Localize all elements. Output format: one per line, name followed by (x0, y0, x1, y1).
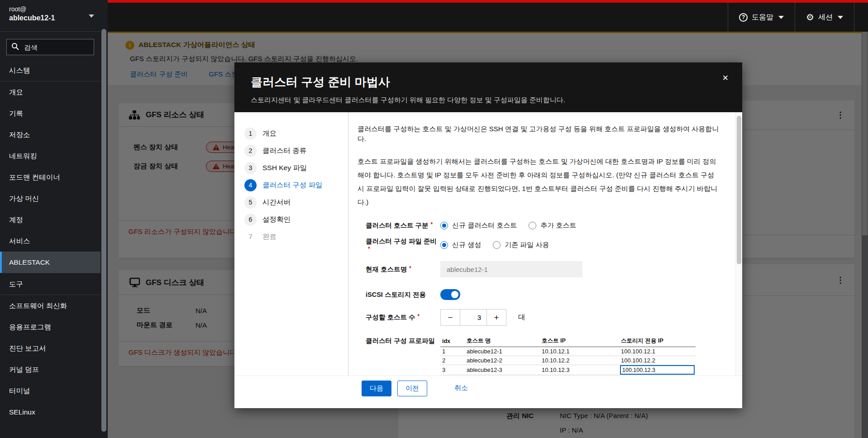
quantity-stepper: − + 대 (440, 309, 525, 326)
sidebar-item-selinux[interactable]: SELinux (0, 401, 100, 423)
required-asterisk: * (431, 221, 433, 228)
host-count-unit: 대 (518, 313, 525, 322)
table-row: 1 ablecube12-1 10.10.12.1 100.100.12.1 (440, 347, 696, 356)
masthead: ? 도움말 ⚙ 세션 (108, 0, 868, 32)
sidebar-item-podman[interactable]: 포드맨 컨테이너 (0, 167, 100, 188)
sidebar-item-system[interactable]: 시스템 (0, 60, 100, 81)
help-icon: ? (739, 13, 748, 22)
minus-button[interactable]: − (440, 309, 460, 326)
wizard-subtitle: 스토리지센터 및 클라우드센터 클러스터를 구성하기 위해 필요한 다양한 정보… (251, 96, 726, 105)
cluster-host-type-row: 클러스터 호스트 구분* 신규 클러스터 호스트 추가 호스트 (358, 221, 720, 230)
wizard-scrollbar-thumb[interactable] (737, 116, 741, 264)
radio-additional-host[interactable]: 추가 호스트 (529, 221, 576, 230)
help-menu-button[interactable]: ? 도움말 (728, 3, 795, 32)
sidebar-item-kernel-dump[interactable]: 커널 덤프 (0, 359, 100, 380)
cluster-wizard-modal: 클러스터 구성 준비 마법사 스토리지센터 및 클라우드센터 클러스터를 구성하… (234, 62, 742, 408)
sidebar-scrollbar-thumb[interactable] (101, 29, 106, 432)
radio-existing-file[interactable]: 기존 파일 사용 (493, 241, 549, 249)
wizard-header: 클러스터 구성 준비 마법사 스토리지센터 및 클라우드센터 클러스터를 구성하… (234, 62, 742, 112)
sidebar-item-storage[interactable]: 저장소 (0, 124, 100, 145)
required-asterisk: * (418, 313, 420, 319)
config-file-prep-row: 클러스터 구성 파일 준비* 신규 생성 기존 파일 사용 (358, 237, 720, 253)
sidebar-item-networking[interactable]: 네트워킹 (0, 145, 100, 167)
current-hostname: ablecube12-1 (9, 14, 94, 22)
radio-unselected-icon (493, 241, 501, 249)
iscsi-toggle-on[interactable] (440, 289, 460, 300)
cancel-button[interactable]: 취소 (450, 381, 472, 395)
session-menu-button[interactable]: ⚙ 세션 (795, 3, 854, 32)
cluster-profile-row: 클러스터 구성 프로파일 idx 호스트 명 호스트 IP 스토리지 전용 IP… (358, 337, 720, 375)
host-count-field[interactable] (460, 309, 486, 326)
current-hostname-field (440, 261, 582, 277)
step-overview[interactable]: 1 개요 (234, 125, 348, 142)
radio-new-cluster-host[interactable]: 신규 클러스터 호스트 (440, 221, 517, 230)
sidebar-item-software-updates[interactable]: 소프트웨어 최신화 (0, 295, 100, 316)
radio-unselected-icon (529, 222, 536, 229)
wizard-title: 클러스터 구성 준비 마법사 (251, 74, 726, 90)
required-asterisk: * (409, 265, 411, 271)
prev-button[interactable]: 이전 (397, 381, 427, 396)
chevron-down-icon (89, 14, 94, 18)
help-label: 도움말 (752, 13, 773, 22)
sidebar-nav: 시스템 개요 기록 저장소 네트워킹 포드맨 컨테이너 가상 머신 계정 서비스… (0, 60, 100, 423)
sidebar: root@ ablecube12-1 시스템 개요 기록 저장소 네트워킹 포드… (0, 0, 100, 438)
sidebar-item-services[interactable]: 서비스 (0, 230, 100, 252)
step-cluster-config-file[interactable]: 4 클러스터 구성 파일 (234, 176, 348, 194)
gear-icon: ⚙ (806, 13, 814, 22)
sidebar-item-virtual-machines[interactable]: 가상 머신 (0, 188, 100, 209)
table-row: 2 ablecube12-2 10.10.12.2 100.100.12.2 (440, 356, 696, 365)
wizard-scrollbar[interactable] (735, 112, 742, 376)
search-icon (11, 43, 19, 50)
intro-paragraph: 클러스터를 구성하는 호스트 및 가상머신은 SSH 연결 및 고가용성 구성 … (358, 124, 720, 144)
step-complete: 7 완료 (234, 228, 348, 245)
radio-new-file[interactable]: 신규 생성 (440, 241, 481, 249)
session-label: 세션 (818, 13, 833, 22)
close-icon[interactable]: ✕ (722, 73, 729, 83)
host-count-row: 구성할 호스트 수* − + 대 (358, 309, 720, 326)
wizard-steps-nav: 1 개요 2 클러스터 종류 3 SSH Key 파일 4 클러스터 구성 파일… (234, 112, 348, 376)
sidebar-item-ablestack[interactable]: ABLESTACK (0, 252, 100, 273)
step-time-server[interactable]: 5 시간서버 (234, 194, 348, 211)
iscsi-only-row: iSCSI 스토리지 전용 (358, 289, 720, 300)
sidebar-item-diagnostic-reports[interactable]: 진단 보고서 (0, 338, 100, 359)
search-input[interactable] (6, 39, 94, 55)
required-asterisk: * (368, 246, 370, 252)
storage-ip-edit-field[interactable] (620, 365, 695, 375)
wizard-footer: 다음 이전 취소 (234, 376, 742, 408)
radio-selected-icon (440, 241, 448, 249)
sidebar-item-applications[interactable]: 응용프로그램 (0, 316, 100, 338)
plus-button[interactable]: + (486, 309, 506, 326)
table-row: 3 ablecube12-3 10.10.12.3 (440, 365, 696, 375)
current-hostname-row: 현재 호스트명* (358, 261, 720, 277)
wizard-step-content: 클러스터를 구성하는 호스트 및 가상머신은 SSH 연결 및 고가용성 구성 … (348, 112, 742, 376)
sidebar-scrollbar[interactable] (100, 0, 108, 438)
cluster-profile-table: idx 호스트 명 호스트 IP 스토리지 전용 IP 1 ablecube12… (440, 337, 696, 375)
chevron-down-icon (838, 16, 843, 19)
sidebar-item-terminal[interactable]: 터미널 (0, 380, 100, 401)
next-button[interactable]: 다음 (362, 381, 391, 396)
sidebar-item-tools[interactable]: 도구 (0, 273, 100, 295)
user-prefix: root@ (9, 5, 94, 13)
step-confirm-settings[interactable]: 6 설정확인 (234, 211, 348, 228)
step-cluster-type[interactable]: 2 클러스터 종류 (234, 142, 348, 159)
step-ssh-key-file[interactable]: 3 SSH Key 파일 (234, 159, 348, 176)
chevron-down-icon (778, 16, 784, 19)
host-switcher[interactable]: root@ ablecube12-1 (0, 0, 100, 32)
sidebar-item-logs[interactable]: 기록 (0, 103, 100, 124)
instructions-paragraph: 호스트 프로파일을 생성하기 위해서는 클러스터를 구성하는 호스트 및 가상머… (358, 155, 720, 209)
radio-selected-icon (440, 222, 448, 229)
sidebar-item-accounts[interactable]: 계정 (0, 209, 100, 230)
sidebar-item-overview[interactable]: 개요 (0, 81, 100, 103)
